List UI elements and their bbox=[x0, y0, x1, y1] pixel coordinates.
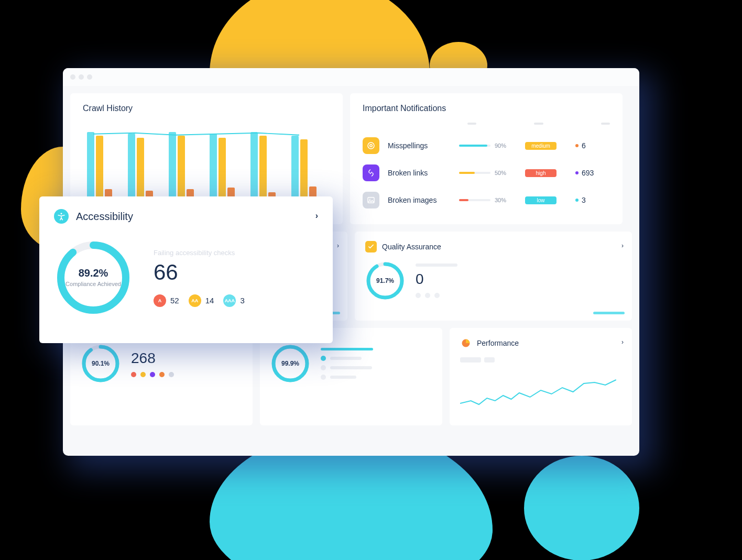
performance-sparkline bbox=[460, 372, 621, 414]
window-dot[interactable] bbox=[79, 74, 84, 80]
severity-badge: medium bbox=[525, 142, 556, 150]
svg-point-1 bbox=[370, 145, 373, 147]
chevron-right-icon[interactable]: › bbox=[621, 338, 624, 346]
notif-progress: 90% bbox=[459, 142, 517, 149]
notif-name: Broken links bbox=[388, 169, 451, 177]
notifications-panel: Important Notifications Misspellings 90%… bbox=[350, 93, 623, 224]
performance-card[interactable]: Performance › bbox=[450, 328, 632, 425]
notif-count: 693 bbox=[575, 169, 594, 177]
notification-row-broken-links[interactable]: Broken links 50% high 693 bbox=[363, 159, 610, 186]
quality-assurance-card[interactable]: Quality Assurance › 91.7% 0 bbox=[355, 232, 632, 321]
pie-icon bbox=[460, 337, 472, 349]
notif-count: 3 bbox=[575, 196, 586, 204]
pill-a[interactable]: A 52 bbox=[154, 294, 179, 307]
notifications-title: Important Notifications bbox=[363, 104, 610, 113]
card-title: Performance bbox=[477, 339, 519, 347]
compliance-label: Compliance Achieved bbox=[66, 280, 121, 288]
progress-ring: 91.7% bbox=[365, 261, 405, 301]
notif-progress: 50% bbox=[459, 170, 517, 176]
image-icon bbox=[363, 192, 379, 208]
window-dot[interactable] bbox=[87, 74, 92, 80]
svg-point-0 bbox=[368, 142, 374, 149]
crawl-history-title: Crawl History bbox=[83, 104, 330, 113]
pill-aaa[interactable]: AAA 3 bbox=[223, 294, 244, 307]
accessibility-icon bbox=[54, 209, 69, 224]
chevron-right-icon[interactable]: › bbox=[621, 242, 624, 249]
titlebar bbox=[63, 68, 639, 86]
failing-checks-count: 66 bbox=[154, 260, 318, 285]
compliance-value: 89.2% bbox=[79, 267, 108, 279]
accessibility-title: Accessibility bbox=[76, 211, 133, 223]
notif-name: Broken images bbox=[388, 196, 451, 204]
compliance-ring: 89.2% Compliance Achieved bbox=[54, 238, 133, 317]
accessibility-card: Accessibility › 89.2% Compliance Achieve… bbox=[39, 196, 333, 343]
svg-point-3 bbox=[369, 199, 370, 200]
misspell-icon bbox=[363, 137, 379, 154]
card-title: Quality Assurance bbox=[382, 243, 441, 251]
svg-point-11 bbox=[61, 213, 62, 214]
chevron-right-icon[interactable]: › bbox=[315, 211, 318, 221]
pill-aa[interactable]: AA 14 bbox=[189, 294, 214, 307]
notif-name: Misspellings bbox=[388, 141, 451, 150]
notif-progress: 30% bbox=[459, 197, 517, 203]
notif-col-headers bbox=[363, 123, 610, 125]
check-icon bbox=[365, 241, 377, 252]
link-icon bbox=[363, 164, 379, 181]
notif-count: 6 bbox=[575, 141, 586, 150]
count-value: 0 bbox=[416, 271, 621, 288]
notification-row-broken-images[interactable]: Broken images 30% low 3 bbox=[363, 186, 610, 214]
window-dot[interactable] bbox=[70, 74, 75, 80]
severity-badge: low bbox=[525, 196, 556, 204]
failing-checks-label: Failing accessibility checks bbox=[154, 249, 318, 257]
accent-bar bbox=[593, 312, 625, 314]
notification-row-misspellings[interactable]: Misspellings 90% medium 6 bbox=[363, 132, 610, 159]
severity-badge: high bbox=[525, 169, 556, 177]
